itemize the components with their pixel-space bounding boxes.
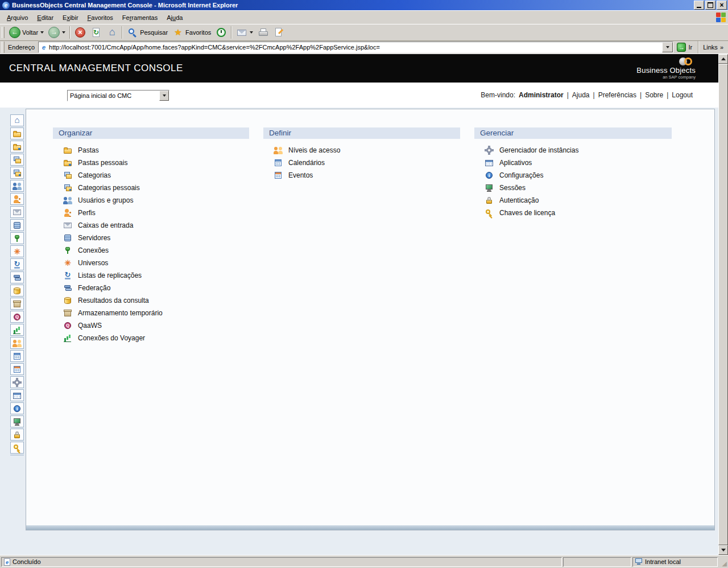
sidebar-home-button[interactable]	[10, 114, 24, 126]
chevron-down-icon[interactable]	[159, 90, 169, 101]
item-categorias-pessoais[interactable]: Categorias pessoais	[53, 182, 249, 194]
item-usuarios-e-grupos[interactable]: Usuários e grupos	[53, 194, 249, 207]
forward-button[interactable]	[46, 26, 68, 39]
scrollbar-thumb[interactable]	[718, 64, 728, 545]
sidebar-qaaws-button[interactable]	[10, 311, 24, 323]
menu-exibir[interactable]: Exibir	[58, 13, 83, 23]
item-listas-de-replicacoes[interactable]: Listas de replicações	[53, 269, 249, 282]
cmc-header: CENTRAL MANAGEMENT CONSOLE Business Obje…	[0, 54, 718, 83]
scroll-down-button[interactable]	[718, 545, 728, 555]
menu-editar[interactable]: Editar	[32, 13, 58, 23]
search-button[interactable]: Pesquisar	[125, 26, 170, 39]
sidebar-categories-button[interactable]	[10, 154, 24, 166]
menu-ferramentas[interactable]: Ferramentas	[118, 13, 162, 23]
sidebar-users-groups-button[interactable]	[10, 180, 24, 192]
item-chaves-de-licenca[interactable]: Chaves de licença	[474, 207, 672, 219]
inbox-icon	[13, 208, 22, 217]
toolbar-grip[interactable]	[2, 27, 5, 38]
address-dropdown-button[interactable]	[662, 42, 673, 52]
favorites-button[interactable]: Favoritos	[170, 26, 213, 39]
navigation-select[interactable]: Página inicial do CMC	[67, 90, 169, 101]
maximize-button[interactable]	[705, 1, 715, 10]
item-conexoes-do-voyager[interactable]: Conexões do Voyager	[53, 332, 249, 344]
addressbar-grip[interactable]	[2, 42, 5, 53]
stop-button[interactable]	[72, 26, 88, 39]
menu-arquivo[interactable]: Arquivo	[2, 13, 32, 23]
sidebar-applications-button[interactable]	[10, 389, 24, 401]
item-calendarios[interactable]: Calendários	[263, 157, 460, 169]
links-bar[interactable]: Links »	[701, 44, 727, 51]
link-preferencias[interactable]: Preferências	[598, 91, 636, 99]
item-label: Aplicativos	[499, 159, 532, 167]
sidebar-universes-button[interactable]	[10, 245, 24, 257]
sidebar-license-keys-button[interactable]	[10, 442, 24, 454]
item-universos[interactable]: Universos	[53, 257, 249, 269]
item-federacao[interactable]: Federação	[53, 282, 249, 294]
sidebar-voyager-connections-button[interactable]	[10, 324, 24, 336]
history-button[interactable]	[213, 26, 229, 39]
users-groups-icon	[13, 182, 22, 191]
minimize-button[interactable]	[694, 1, 704, 10]
item-autenticacao[interactable]: Autenticação	[474, 194, 672, 207]
item-pastas-pessoais[interactable]: Pastas pessoais	[53, 157, 249, 169]
back-button[interactable]: Voltar	[7, 26, 46, 39]
page-viewport: CENTRAL MANAGEMENT CONSOLE Business Obje…	[0, 54, 718, 555]
sidebar-access-levels-button[interactable]	[10, 337, 24, 349]
item-gerenciador-de-instancias[interactable]: Gerenciador de instâncias	[474, 144, 672, 157]
sidebar-replication-lists-button[interactable]	[10, 258, 24, 270]
address-input[interactable]	[47, 43, 662, 51]
item-eventos[interactable]: Eventos	[263, 169, 460, 182]
sidebar-federation-button[interactable]	[10, 271, 24, 283]
sidebar-settings-button[interactable]	[10, 402, 24, 414]
scroll-up-button[interactable]	[718, 54, 728, 64]
item-pastas[interactable]: Pastas	[53, 144, 249, 157]
sidebar-authentication-button[interactable]	[10, 429, 24, 441]
sidebar-events-button[interactable]	[10, 363, 24, 375]
sidebar-personal-categories-button[interactable]	[10, 167, 24, 179]
sidebar-connections-button[interactable]	[10, 232, 24, 244]
menu-ajuda[interactable]: Ajuda	[162, 13, 187, 23]
item-perfis[interactable]: Perfis	[53, 207, 249, 219]
sidebar-calendars-button[interactable]	[10, 350, 24, 362]
go-arrow-icon: →	[677, 43, 686, 52]
sidebar-servers-button[interactable]	[10, 219, 24, 231]
go-button[interactable]: → Ir	[673, 43, 696, 52]
calendars-icon	[13, 352, 22, 361]
sidebar-query-results-button[interactable]	[10, 285, 24, 297]
item-resultados-da-consulta[interactable]: Resultados da consulta	[53, 294, 249, 307]
item-label: Categorias	[78, 171, 111, 179]
item-aplicativos[interactable]: Aplicativos	[474, 157, 672, 169]
link-sobre[interactable]: Sobre	[645, 91, 663, 99]
sidebar-sessions-button[interactable]	[10, 415, 24, 427]
page-edit-button[interactable]	[271, 26, 287, 39]
item-qaaws[interactable]: QaaWS	[53, 319, 249, 332]
print-button[interactable]	[255, 26, 271, 39]
item-servidores[interactable]: Servidores	[53, 232, 249, 244]
welcome-separator: |	[667, 91, 668, 99]
sidebar-folder-button[interactable]	[10, 127, 24, 139]
sidebar-personal-folder-button[interactable]	[10, 141, 24, 153]
item-niveis-de-acesso[interactable]: Níveis de acesso	[263, 144, 460, 157]
item-caixas-de-entrada[interactable]: Caixas de entrada	[53, 219, 249, 232]
item-conexoes[interactable]: Conexões	[53, 244, 249, 257]
menu-favoritos[interactable]: Favoritos	[83, 13, 118, 23]
item-sessoes[interactable]: Sessões	[474, 182, 672, 194]
sidebar-profiles-button[interactable]	[10, 193, 24, 205]
welcome-separator: |	[640, 91, 642, 99]
resize-grip[interactable]: ◢	[719, 557, 727, 567]
page-title: CENTRAL MANAGEMENT CONSOLE	[9, 63, 183, 74]
item-configuracoes[interactable]: Configurações	[474, 169, 672, 182]
home-button[interactable]	[104, 26, 120, 39]
mail-button[interactable]	[234, 26, 255, 39]
link-ajuda[interactable]: Ajuda	[572, 91, 590, 99]
item-categorias[interactable]: Categorias	[53, 169, 249, 182]
item-armazenamento-temporario[interactable]: Armazenamento temporário	[53, 307, 249, 319]
vertical-scrollbar[interactable]	[718, 54, 728, 555]
refresh-button[interactable]	[88, 26, 104, 39]
link-logout[interactable]: Logout	[672, 91, 693, 99]
sidebar-temp-storage-button[interactable]	[10, 298, 24, 310]
sidebar-inbox-button[interactable]	[10, 206, 24, 218]
categories-icon	[63, 171, 72, 180]
sidebar-instance-manager-button[interactable]	[10, 376, 24, 388]
close-button[interactable]	[717, 1, 727, 10]
